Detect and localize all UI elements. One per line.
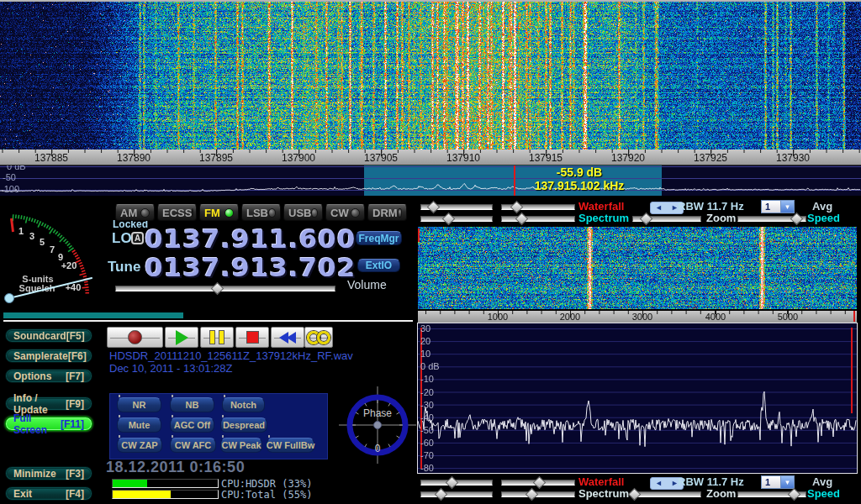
cw-zap-button[interactable]: CW ZAP [117, 438, 162, 453]
waterfall-brightness-slider[interactable] [501, 477, 575, 486]
avg-dropdown[interactable]: 1▾ [761, 200, 795, 213]
slider-thumb[interactable] [210, 282, 224, 296]
slider-thumb[interactable] [427, 201, 441, 214]
rewind-button[interactable] [271, 327, 304, 348]
speed-slider[interactable] [737, 489, 806, 498]
mute-button[interactable]: Mute [117, 417, 161, 433]
mode-button-drm[interactable]: DRM [367, 204, 407, 221]
chevron-down-icon[interactable]: ▾ [780, 201, 794, 213]
af-spectrum-display[interactable] [417, 323, 858, 474]
meter-tick [37, 220, 39, 223]
cw-afc-button[interactable]: CW AFC [170, 438, 216, 453]
af-db-label: 10 [420, 349, 454, 359]
slider-thumb[interactable] [441, 213, 455, 226]
options-button[interactable]: Options[F7] [5, 369, 92, 383]
slider-thumb[interactable] [627, 488, 641, 501]
playback-progress-bar[interactable] [3, 312, 413, 322]
spectrum-contrast-slider[interactable] [420, 489, 493, 498]
mode-button-ecss[interactable]: ECSS [157, 204, 197, 221]
soundcard-button[interactable]: Soundcard[F5] [5, 328, 92, 343]
mode-button-usb[interactable]: USB [283, 204, 323, 221]
af-scale-label: 3000 [621, 312, 663, 322]
mode-led-icon [351, 208, 360, 218]
nb-button[interactable]: NB [170, 397, 214, 412]
meter-tick [80, 273, 87, 275]
meter-tick [53, 230, 55, 234]
arrow-left-icon[interactable]: ◄ [655, 478, 663, 489]
af-db-label: -60 [420, 438, 454, 448]
avg-label: Avg [812, 200, 832, 213]
lo-frequency-display[interactable]: 0137.911.600 [145, 223, 356, 254]
cpu-usage-fill [113, 491, 171, 498]
cw-peak-button[interactable]: CW Peak [220, 438, 262, 453]
waterfall-contrast-slider[interactable] [420, 202, 493, 211]
af-db-label: -50 [420, 425, 454, 435]
recording-file-date: Dec 10, 2011 - 13:01:28Z [109, 362, 232, 375]
full-screen-button[interactable]: Full Screen[F11] [5, 417, 92, 431]
info-update-button[interactable]: Info / Update[F9] [5, 396, 92, 411]
meter-tick [18, 215, 19, 218]
af-waterfall-display[interactable] [418, 227, 857, 309]
main-scale-label: 137930 [768, 152, 818, 164]
lo-auto-badge[interactable]: A [131, 232, 144, 244]
mode-button-cw[interactable]: CW [325, 204, 365, 221]
main-waterfall-display[interactable] [0, 2, 861, 150]
s-meter: 13579+20+40S-unitsSquelch [1, 212, 105, 311]
agc-off-button[interactable]: AGC Off [170, 417, 214, 433]
af-db-label: 0 dB [420, 361, 454, 371]
extio-button[interactable]: ExtIO [357, 259, 400, 272]
avg-dropdown[interactable]: 1▾ [761, 475, 795, 489]
slider-thumb[interactable] [788, 488, 801, 501]
samplerate-button[interactable]: Samplerate[F6] [5, 349, 92, 363]
volume-slider[interactable] [115, 283, 335, 292]
main-spectrum-display[interactable]: -55.9 dB 137.915.102 kHz 0 dB-50-100 [0, 165, 861, 196]
play-button[interactable] [165, 327, 198, 348]
tune-label: Tune [108, 259, 140, 276]
main-scale-label: 137925 [685, 152, 736, 164]
nr-button[interactable]: NR [117, 397, 161, 412]
despread-button[interactable]: Despread [220, 417, 267, 433]
minimize-button[interactable]: Minimize[F3] [5, 466, 92, 480]
slider-thumb[interactable] [790, 213, 803, 226]
zoom-label: Zoom [706, 212, 736, 224]
cw-fullbw-button[interactable]: CW FullBw [267, 438, 314, 453]
spectrum-brightness-slider[interactable] [501, 489, 575, 498]
mode-button-am[interactable]: AM [115, 204, 155, 221]
meter-scale-number: +20 [61, 260, 77, 270]
slider-thumb[interactable] [533, 476, 547, 490]
signal-readout: -55.9 dB 137.915.102 kHz [504, 165, 654, 192]
chevron-down-icon[interactable]: ▾ [780, 476, 794, 488]
zoom-slider[interactable] [632, 489, 701, 498]
arrow-left-icon[interactable]: ◄ [655, 202, 663, 213]
mode-button-lsb[interactable]: LSB [241, 204, 281, 221]
slider-thumb[interactable] [446, 476, 459, 490]
af-scale-label: 4000 [695, 312, 737, 322]
speed-slider[interactable] [737, 213, 806, 223]
phase-tick [356, 436, 358, 438]
loop-button[interactable] [304, 327, 333, 348]
slider-thumb[interactable] [435, 488, 448, 501]
tune-frequency-display[interactable]: 0137.913.702 [145, 252, 356, 282]
waterfall-brightness-slider[interactable] [501, 202, 575, 211]
cpu-usage-bar [112, 490, 219, 499]
record-button[interactable] [107, 327, 163, 348]
spectrum-brightness-slider[interactable] [501, 213, 575, 223]
mode-button-label: FM [204, 207, 220, 219]
pause-button[interactable] [200, 327, 234, 348]
mode-button-fm[interactable]: FM [199, 204, 239, 221]
meter-tick [80, 265, 83, 267]
slider-thumb[interactable] [639, 213, 652, 226]
cpu-usage-label: CPU:Total (55%) [221, 489, 406, 501]
phase-tick [365, 444, 367, 447]
slider-thumb[interactable] [526, 488, 539, 501]
exit-button[interactable]: Exit[F4] [5, 486, 92, 501]
pause-icon [219, 330, 224, 344]
zoom-slider[interactable] [632, 213, 701, 223]
notch-button[interactable]: Notch [222, 397, 265, 412]
spectrum-contrast-slider[interactable] [420, 213, 493, 223]
freqmgr-button[interactable]: FreqMgr [356, 231, 402, 245]
stop-button[interactable] [235, 327, 269, 348]
af-db-label: 20 [420, 336, 454, 346]
slider-thumb[interactable] [515, 213, 528, 226]
waterfall-contrast-slider[interactable] [420, 477, 493, 486]
